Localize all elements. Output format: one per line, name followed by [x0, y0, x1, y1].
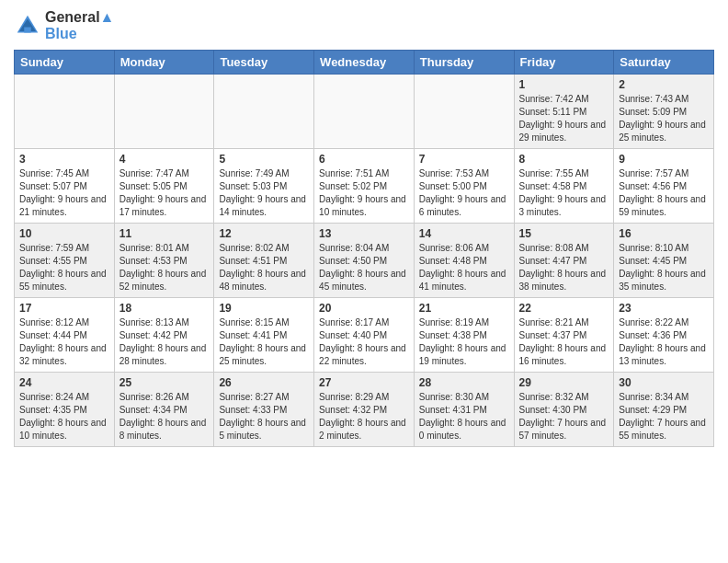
day-info: Sunrise: 7:47 AM Sunset: 5:05 PM Dayligh…	[119, 167, 210, 219]
day-number: 26	[219, 376, 309, 389]
day-number: 22	[519, 302, 609, 315]
day-info: Sunrise: 8:26 AM Sunset: 4:34 PM Dayligh…	[119, 391, 210, 442]
svg-rect-2	[24, 28, 31, 33]
calendar-cell: 2Sunrise: 7:43 AM Sunset: 5:09 PM Daylig…	[614, 75, 714, 149]
day-info: Sunrise: 8:19 AM Sunset: 4:38 PM Dayligh…	[419, 316, 509, 368]
day-number: 17	[19, 302, 109, 315]
day-number: 12	[219, 227, 309, 240]
calendar-cell: 12Sunrise: 8:02 AM Sunset: 4:51 PM Dayli…	[214, 224, 314, 298]
day-number: 18	[119, 302, 210, 315]
day-info: Sunrise: 8:29 AM Sunset: 4:32 PM Dayligh…	[319, 391, 409, 442]
calendar-cell: 21Sunrise: 8:19 AM Sunset: 4:38 PM Dayli…	[414, 298, 514, 373]
day-header-friday: Friday	[514, 51, 614, 75]
calendar-cell: 17Sunrise: 8:12 AM Sunset: 4:44 PM Dayli…	[15, 298, 115, 373]
day-info: Sunrise: 8:30 AM Sunset: 4:31 PM Dayligh…	[419, 391, 509, 442]
calendar-cell	[15, 75, 115, 149]
calendar-cell: 9Sunrise: 7:57 AM Sunset: 4:56 PM Daylig…	[614, 149, 714, 224]
day-number: 29	[519, 376, 609, 389]
calendar-cell: 19Sunrise: 8:15 AM Sunset: 4:41 PM Dayli…	[214, 298, 314, 373]
calendar-cell: 16Sunrise: 8:10 AM Sunset: 4:45 PM Dayli…	[614, 224, 714, 298]
calendar-cell	[114, 75, 214, 149]
calendar-header-row: SundayMondayTuesdayWednesdayThursdayFrid…	[15, 51, 714, 75]
calendar-cell	[214, 75, 314, 149]
calendar-cell: 27Sunrise: 8:29 AM Sunset: 4:32 PM Dayli…	[314, 373, 415, 447]
day-number: 11	[119, 227, 210, 240]
day-number: 5	[219, 153, 309, 166]
calendar-cell: 8Sunrise: 7:55 AM Sunset: 4:58 PM Daylig…	[514, 149, 614, 224]
day-number: 28	[419, 376, 509, 389]
calendar-cell: 29Sunrise: 8:32 AM Sunset: 4:30 PM Dayli…	[514, 373, 614, 447]
calendar-cell: 28Sunrise: 8:30 AM Sunset: 4:31 PM Dayli…	[414, 373, 514, 447]
day-header-thursday: Thursday	[414, 51, 514, 75]
calendar-cell: 6Sunrise: 7:51 AM Sunset: 5:02 PM Daylig…	[314, 149, 415, 224]
logo-icon	[14, 12, 41, 40]
day-info: Sunrise: 7:42 AM Sunset: 5:11 PM Dayligh…	[519, 93, 609, 144]
day-header-monday: Monday	[114, 51, 214, 75]
calendar-cell: 30Sunrise: 8:34 AM Sunset: 4:29 PM Dayli…	[614, 373, 714, 447]
day-number: 27	[319, 376, 409, 389]
day-number: 16	[619, 227, 709, 240]
day-info: Sunrise: 8:32 AM Sunset: 4:30 PM Dayligh…	[519, 391, 609, 442]
day-info: Sunrise: 7:57 AM Sunset: 4:56 PM Dayligh…	[619, 167, 709, 219]
calendar-cell: 26Sunrise: 8:27 AM Sunset: 4:33 PM Dayli…	[214, 373, 314, 447]
calendar-cell: 1Sunrise: 7:42 AM Sunset: 5:11 PM Daylig…	[514, 75, 614, 149]
day-info: Sunrise: 8:04 AM Sunset: 4:50 PM Dayligh…	[319, 242, 409, 293]
page-container: General▲ Blue SundayMondayTuesdayWednesd…	[0, 0, 728, 456]
calendar-cell: 10Sunrise: 7:59 AM Sunset: 4:55 PM Dayli…	[15, 224, 115, 298]
day-number: 2	[619, 78, 709, 91]
day-number: 14	[419, 227, 509, 240]
week-row-5: 24Sunrise: 8:24 AM Sunset: 4:35 PM Dayli…	[15, 373, 714, 447]
day-number: 3	[19, 153, 109, 166]
day-header-sunday: Sunday	[15, 51, 115, 75]
week-row-4: 17Sunrise: 8:12 AM Sunset: 4:44 PM Dayli…	[15, 298, 714, 373]
day-info: Sunrise: 8:27 AM Sunset: 4:33 PM Dayligh…	[219, 391, 309, 442]
week-row-1: 1Sunrise: 7:42 AM Sunset: 5:11 PM Daylig…	[15, 75, 714, 149]
calendar-cell: 24Sunrise: 8:24 AM Sunset: 4:35 PM Dayli…	[15, 373, 115, 447]
day-info: Sunrise: 7:49 AM Sunset: 5:03 PM Dayligh…	[219, 167, 309, 219]
day-info: Sunrise: 7:59 AM Sunset: 4:55 PM Dayligh…	[19, 242, 109, 293]
calendar-cell: 3Sunrise: 7:45 AM Sunset: 5:07 PM Daylig…	[15, 149, 115, 224]
day-number: 20	[319, 302, 409, 315]
day-number: 13	[319, 227, 409, 240]
day-number: 25	[119, 376, 210, 389]
day-number: 15	[519, 227, 609, 240]
day-info: Sunrise: 8:24 AM Sunset: 4:35 PM Dayligh…	[19, 391, 109, 442]
logo-text: General▲ Blue	[45, 9, 114, 42]
calendar-cell: 15Sunrise: 8:08 AM Sunset: 4:47 PM Dayli…	[514, 224, 614, 298]
day-number: 10	[19, 227, 109, 240]
day-info: Sunrise: 8:01 AM Sunset: 4:53 PM Dayligh…	[119, 242, 210, 293]
day-info: Sunrise: 8:13 AM Sunset: 4:42 PM Dayligh…	[119, 316, 210, 368]
day-info: Sunrise: 8:12 AM Sunset: 4:44 PM Dayligh…	[19, 316, 109, 368]
day-number: 1	[519, 78, 609, 91]
day-info: Sunrise: 7:51 AM Sunset: 5:02 PM Dayligh…	[319, 167, 409, 219]
header: General▲ Blue	[14, 9, 714, 42]
day-number: 19	[219, 302, 309, 315]
day-number: 21	[419, 302, 509, 315]
logo: General▲ Blue	[14, 9, 114, 42]
calendar-cell	[414, 75, 514, 149]
day-header-tuesday: Tuesday	[214, 51, 314, 75]
day-info: Sunrise: 8:10 AM Sunset: 4:45 PM Dayligh…	[619, 242, 709, 293]
calendar-cell: 23Sunrise: 8:22 AM Sunset: 4:36 PM Dayli…	[614, 298, 714, 373]
day-info: Sunrise: 8:22 AM Sunset: 4:36 PM Dayligh…	[619, 316, 709, 368]
day-number: 6	[319, 153, 409, 166]
calendar-cell: 4Sunrise: 7:47 AM Sunset: 5:05 PM Daylig…	[114, 149, 214, 224]
calendar-cell: 25Sunrise: 8:26 AM Sunset: 4:34 PM Dayli…	[114, 373, 214, 447]
calendar-cell: 5Sunrise: 7:49 AM Sunset: 5:03 PM Daylig…	[214, 149, 314, 224]
calendar-cell: 14Sunrise: 8:06 AM Sunset: 4:48 PM Dayli…	[414, 224, 514, 298]
calendar-cell: 22Sunrise: 8:21 AM Sunset: 4:37 PM Dayli…	[514, 298, 614, 373]
day-info: Sunrise: 8:06 AM Sunset: 4:48 PM Dayligh…	[419, 242, 509, 293]
calendar-cell: 11Sunrise: 8:01 AM Sunset: 4:53 PM Dayli…	[114, 224, 214, 298]
day-info: Sunrise: 7:53 AM Sunset: 5:00 PM Dayligh…	[419, 167, 509, 219]
day-number: 7	[419, 153, 509, 166]
day-header-wednesday: Wednesday	[314, 51, 415, 75]
day-number: 23	[619, 302, 709, 315]
calendar-cell: 7Sunrise: 7:53 AM Sunset: 5:00 PM Daylig…	[414, 149, 514, 224]
week-row-3: 10Sunrise: 7:59 AM Sunset: 4:55 PM Dayli…	[15, 224, 714, 298]
day-info: Sunrise: 7:55 AM Sunset: 4:58 PM Dayligh…	[519, 167, 609, 219]
day-info: Sunrise: 8:17 AM Sunset: 4:40 PM Dayligh…	[319, 316, 409, 368]
day-number: 4	[119, 153, 210, 166]
day-info: Sunrise: 8:15 AM Sunset: 4:41 PM Dayligh…	[219, 316, 309, 368]
day-info: Sunrise: 8:34 AM Sunset: 4:29 PM Dayligh…	[619, 391, 709, 442]
day-info: Sunrise: 7:43 AM Sunset: 5:09 PM Dayligh…	[619, 93, 709, 144]
